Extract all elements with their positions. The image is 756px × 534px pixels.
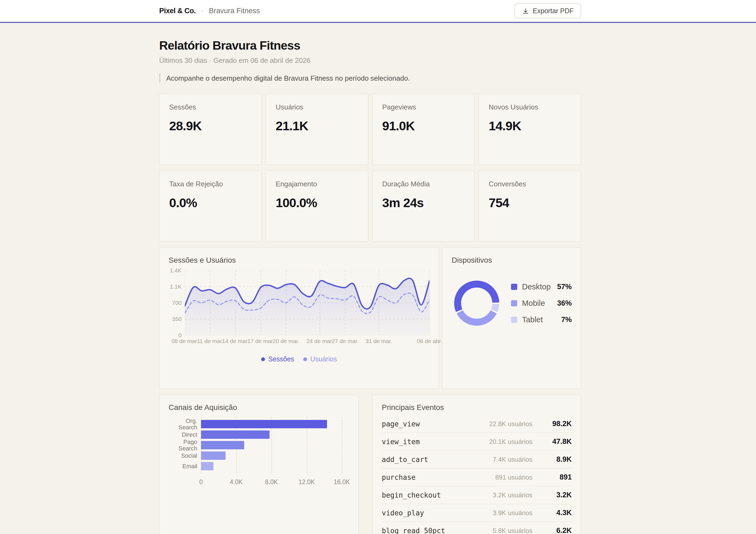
kpi-row-1: Sessões 28.9K Usuários 21.1K Pageviews 9… (159, 94, 581, 165)
event-row: video_play 3.9K usuários 4.3K (382, 504, 572, 522)
event-row: view_item 20.1K usuários 47.8K (382, 433, 572, 451)
event-value: 891 (545, 473, 572, 481)
x-tick: 0 (200, 478, 203, 486)
kpi-label: Taxa de Rejeição (169, 180, 252, 188)
kpi-row-2: Taxa de Rejeição 0.0% Engajamento 100.0%… (159, 171, 581, 242)
client-name: Bravura Fitness (209, 7, 260, 15)
bar-email (201, 462, 213, 470)
breadcrumb-separator: · (201, 7, 204, 15)
bar-label: Direct (169, 432, 201, 438)
sessions-users-chart-card: Sessões e Usuários 03507001.1K1.4K 08 de… (159, 248, 439, 389)
bar-org-search (201, 420, 327, 428)
kpi-value: 0.0% (169, 195, 252, 210)
donut-chart: Desktop 57% Mobile 36% Tablet 7% (452, 278, 572, 328)
kpi-card-bounce-rate: Taxa de Rejeição 0.0% (159, 171, 262, 242)
bar-chart: Org. Search Direct Pago Search Social Em… (169, 419, 349, 471)
x-tick: 8.0K (265, 478, 278, 486)
sessions-dot-icon (261, 357, 265, 361)
kpi-label: Conversões (489, 180, 571, 188)
legend-item-sessions: Sessões (261, 355, 294, 363)
channels-chart-card: Canais de Aquisição Org. Search Direct P… (159, 395, 359, 534)
event-value: 8.9K (545, 455, 572, 464)
bar-x-axis-labels: 0 4.0K 8.0K 12.0K 16.0K (201, 478, 342, 486)
x-tick: 27 de mar. (332, 338, 359, 344)
kpi-card-avg-duration: Duração Média 3m 24s (372, 171, 475, 242)
report-intro-quote: Acompanhe o desempenho digital de Bravur… (159, 73, 581, 83)
line-chart: 03507001.1K1.4K (169, 271, 430, 335)
chart-title: Canais de Aquisição (169, 403, 349, 412)
event-users: 22.8K usuários (489, 420, 532, 428)
x-tick: 14 de mar. (222, 338, 249, 344)
kpi-value: 3m 24s (382, 195, 465, 210)
x-tick: 20 de mar. (273, 338, 300, 344)
event-name: purchase (382, 473, 495, 481)
top-header: Pixel & Co. · Bravura Fitness Exportar P… (0, 0, 756, 23)
y-axis-labels: 03507001.1K1.4K (169, 271, 185, 335)
kpi-value: 21.1K (276, 119, 358, 133)
kpi-label: Usuários (276, 103, 358, 111)
event-users: 3.9K usuários (493, 509, 532, 517)
bar-row-org-search: Org. Search (169, 419, 349, 429)
bar-row-email: Email (169, 461, 349, 471)
legend-label: Usuários (310, 355, 337, 363)
events-list: page_view 22.8K usuários 98.2K view_item… (382, 415, 572, 534)
event-row: page_view 22.8K usuários 98.2K (382, 415, 572, 433)
event-name: add_to_cart (382, 456, 493, 464)
export-pdf-label: Exportar PDF (533, 7, 574, 15)
export-pdf-button[interactable]: Exportar PDF (515, 4, 581, 18)
x-tick: 16.0K (334, 478, 350, 486)
bottom-row: Canais de Aquisição Org. Search Direct P… (159, 395, 581, 534)
breadcrumb: Pixel & Co. · Bravura Fitness (159, 7, 260, 15)
event-value: 98.2K (545, 420, 572, 428)
legend-row-tablet: Tablet 7% (511, 315, 572, 324)
kpi-value: 91.0K (382, 119, 465, 133)
event-users: 7.4K usuários (493, 456, 532, 463)
event-row: begin_checkout 3.2K usuários 3.2K (382, 486, 572, 504)
device-value: 7% (561, 315, 572, 324)
device-value: 57% (557, 283, 572, 291)
event-value: 3.2K (545, 491, 572, 499)
kpi-card-new-users: Novos Usuários 14.9K (479, 94, 581, 165)
legend-label: Sessões (268, 355, 294, 363)
legend-item-users: Usuários (303, 355, 337, 363)
download-icon (522, 8, 529, 14)
x-axis-labels: 08 de mar.11 de mar.14 de mar.17 de mar.… (185, 338, 430, 346)
event-users: 3.2K usuários (493, 492, 532, 499)
bar-social (201, 451, 226, 460)
x-tick: 17 de mar. (247, 338, 274, 344)
page-subtitle: Últimos 30 dias · Gerado em 06 de abril … (159, 56, 581, 65)
users-dot-icon (303, 357, 307, 361)
report-body: Relatório Bravura Fitness Últimos 30 dia… (159, 39, 581, 534)
chart-title: Dispositivos (452, 256, 572, 265)
event-users: 891 usuários (495, 474, 532, 481)
event-name: page_view (382, 420, 489, 428)
event-value: 47.8K (545, 438, 572, 446)
event-row: purchase 891 usuários 891 (382, 468, 572, 486)
y-tick: 1.4K (170, 267, 181, 274)
kpi-value: 100.0% (276, 195, 358, 210)
y-tick: 350 (172, 316, 181, 322)
devices-chart-card: Dispositivos Desktop 57% Mobile 36% (442, 248, 581, 389)
y-tick: 0 (178, 332, 181, 338)
kpi-value: 28.9K (169, 119, 252, 133)
x-tick: 31 de mar. (365, 338, 392, 344)
top-events-card: Principais Eventos page_view 22.8K usuár… (372, 395, 581, 534)
line-plot-area (185, 271, 430, 335)
bar-direct (201, 430, 270, 439)
x-tick: 4.0K (230, 478, 243, 486)
device-label: Mobile (522, 299, 557, 308)
event-users: 5.8K usuários (493, 527, 532, 534)
chart-title: Sessões e Usuários (169, 256, 430, 265)
device-legend: Desktop 57% Mobile 36% Tablet 7% (511, 282, 572, 324)
kpi-value: 754 (489, 195, 571, 210)
x-tick: 11 de mar. (197, 338, 223, 344)
bar-pago-search (201, 441, 244, 449)
event-name: video_play (382, 509, 493, 517)
event-name: blog_read_50pct (382, 527, 493, 534)
charts-row: Sessões e Usuários 03507001.1K1.4K 08 de… (159, 248, 581, 389)
bar-label: Org. Search (169, 418, 201, 431)
kpi-label: Duração Média (382, 180, 465, 188)
desktop-swatch-icon (511, 284, 517, 290)
brand-name: Pixel & Co. (159, 7, 196, 15)
bar-label: Email (169, 463, 201, 469)
